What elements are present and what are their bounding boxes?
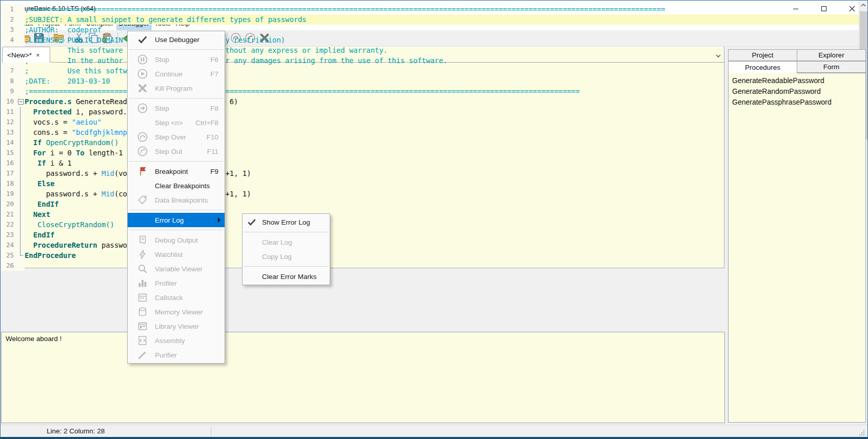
line-number[interactable]: 8 <box>1 76 16 86</box>
menu-item-label: Data Breakpoints <box>155 196 208 204</box>
code-line-21[interactable]: 21 Next <box>1 209 724 220</box>
line-number[interactable]: 3 <box>1 25 16 35</box>
procedures-list[interactable]: GenerateReadablePasswordGenerateRandomPa… <box>728 73 866 423</box>
code-lines[interactable]: 1;======================================… <box>1 1 724 268</box>
code-line-22[interactable]: 22 CloseCryptRandom() <box>1 220 724 230</box>
menu-item-debug-output[interactable]: Debug Output <box>128 233 225 247</box>
menu-item-clear-error-marks[interactable]: Clear Error Marks <box>243 269 330 284</box>
code-line-2[interactable]: 2;SUBJECT: A small snippet to generate d… <box>1 14 724 25</box>
menu-item-breakpoint[interactable]: BreakpointF9 <box>128 164 225 178</box>
menu-item-label: Clear Error Marks <box>262 273 317 281</box>
line-number[interactable]: 21 <box>1 209 16 220</box>
menu-item-purifier[interactable]: Purifier <box>128 348 225 362</box>
menu-item-step-over[interactable]: Step OverF10 <box>128 130 225 144</box>
code-line-15[interactable]: 15 For i = 0 To length-1 <box>1 148 724 158</box>
line-number[interactable]: 18 <box>1 178 16 189</box>
menu-item-memory-viewer[interactable]: Memory Viewer <box>128 305 225 319</box>
resize-grip[interactable] <box>863 434 864 435</box>
code-line-24[interactable]: 24 ProcedureReturn password.s <box>1 240 724 250</box>
fold-margin <box>16 107 25 117</box>
fold-collapse-icon[interactable] <box>16 96 25 107</box>
menu-item-clear-breakpoints[interactable]: Clear Breakpoints <box>128 178 225 193</box>
menu-item-clear-log[interactable]: Clear Log <box>243 235 330 249</box>
menu-item-assembly[interactable]: Assembly <box>128 333 225 348</box>
code-line-9[interactable]: 9;======================================… <box>1 86 724 96</box>
code-text[interactable]: ;=======================================… <box>25 4 724 14</box>
code-line-11[interactable]: 11 Protected i, password.s <box>1 107 724 117</box>
code-line-7[interactable]: 7; Use this software freely <box>1 66 724 76</box>
code-line-8[interactable]: 8;DATE: 2013-03-10 <box>1 76 724 86</box>
menu-item-step[interactable]: StepF8 <box>128 101 225 115</box>
fold-margin <box>16 14 25 25</box>
code-line-23[interactable]: 23 EndIf <box>1 230 724 240</box>
line-number[interactable]: 15 <box>1 148 16 158</box>
code-line-13[interactable]: 13 cons.s = "bcdfghjklmnpqrstvwxz" <box>1 127 724 137</box>
menu-item-callstack[interactable]: Callstack <box>128 290 225 305</box>
panel-tab-procedures[interactable]: Procedures <box>728 61 797 73</box>
line-number[interactable]: 11 <box>1 107 16 117</box>
panel-tab-form[interactable]: Form <box>797 61 866 73</box>
panel-tab-explorer[interactable]: Explorer <box>797 49 866 61</box>
line-number[interactable]: 13 <box>1 127 16 137</box>
line-number[interactable]: 12 <box>1 117 16 127</box>
procedure-list-item[interactable]: GenerateReadablePassword <box>732 75 865 86</box>
line-number[interactable]: 10 <box>1 96 16 107</box>
menu-item-profiler[interactable]: Profiler <box>128 276 225 290</box>
line-number[interactable]: 19 <box>1 189 16 199</box>
code-line-10[interactable]: 10Procedure.s GenerateReadablePassword(l… <box>1 96 724 107</box>
line-number[interactable]: 1 <box>1 4 16 14</box>
code-line-5[interactable]: 5; This software is provided 'as-is', wi… <box>1 45 724 55</box>
code-line-19[interactable]: 19 password.s + Mid(cons, Random(Len(con… <box>1 189 724 199</box>
menu-item-step-out[interactable]: Step OutF11 <box>128 144 225 158</box>
code-line-14[interactable]: 14 If OpenCryptRandom() <box>1 137 724 148</box>
line-number[interactable]: 16 <box>1 158 16 168</box>
tab-close-icon[interactable]: × <box>36 51 40 59</box>
menu-item-error-log[interactable]: Error Log <box>128 213 225 227</box>
menu-item-watchlist[interactable]: Watchlist <box>128 247 225 262</box>
line-number[interactable]: 26 <box>1 261 16 268</box>
menu-item-kill-program[interactable]: Kill Program <box>128 81 225 95</box>
menu-item-data-breakpoints[interactable]: Data Breakpoints <box>128 193 225 207</box>
menu-item-library-viewer[interactable]: Library Viewer <box>128 319 225 333</box>
code-line-26[interactable]: 26 <box>1 261 724 268</box>
menu-item-copy-log[interactable]: Copy Log <box>243 249 330 264</box>
tab-new-source[interactable]: <New>* × <box>2 47 50 63</box>
procedure-list-item[interactable]: GeneratePassphrasePassword <box>732 97 865 108</box>
line-number[interactable]: 22 <box>1 220 16 230</box>
menu-item-label: Library Viewer <box>155 323 199 330</box>
line-number[interactable]: 14 <box>1 137 16 148</box>
procedure-list-item[interactable]: GenerateRandomPassword <box>732 86 865 97</box>
code-line-25[interactable]: 25EndProcedure <box>1 250 724 261</box>
line-number[interactable]: 23 <box>1 230 16 240</box>
menu-item-stop[interactable]: StopF6 <box>128 52 225 67</box>
code-line-17[interactable]: 17 password.s + Mid(vocs, Random(Len(voc… <box>1 168 724 178</box>
code-line-4[interactable]: 4;LICENSE: PUBLIC DOMAIN (free to use wi… <box>1 35 724 45</box>
code-line-12[interactable]: 12 vocs.s = "aeiou" <box>1 117 724 127</box>
code-line-18[interactable]: 18 Else <box>1 178 724 189</box>
menu-item-variable-viewer[interactable]: Variable Viewer <box>128 262 225 276</box>
code-line-6[interactable]: 6; In the author shall be held liable fo… <box>1 55 724 66</box>
menu-item-continue[interactable]: ContinueF7 <box>128 67 225 81</box>
menu-item-show-error-log[interactable]: Show Error Log <box>243 215 330 229</box>
line-number[interactable]: 7 <box>1 66 16 76</box>
code-line-20[interactable]: 20 EndIf <box>1 199 724 209</box>
line-number[interactable]: 25 <box>1 250 16 261</box>
line-number[interactable]: 2 <box>1 14 16 25</box>
line-number[interactable]: 4 <box>1 35 16 45</box>
code-line-16[interactable]: 16 If i & 1 <box>1 158 724 168</box>
menu-item-use-debugger[interactable]: Use Debugger <box>128 32 225 47</box>
code-text[interactable]: ;SUBJECT: A small snippet to generate di… <box>25 14 724 25</box>
code-line-1[interactable]: 1;======================================… <box>1 4 724 14</box>
menu-item-shortcut: F8 <box>210 105 218 112</box>
panel-tab-project[interactable]: Project <box>728 49 797 61</box>
line-number[interactable]: 24 <box>1 240 16 250</box>
line-number[interactable]: 9 <box>1 86 16 96</box>
line-number[interactable]: 17 <box>1 168 16 178</box>
menu-item-step-n-[interactable]: Step <n>Ctrl+F8 <box>128 115 225 130</box>
menu-item-label: Step <n> <box>155 119 183 127</box>
menu-item-shortcut: F10 <box>207 133 218 141</box>
message-log-panel[interactable]: Welcome aboard ! <box>1 332 725 423</box>
code-editor[interactable]: 1;======================================… <box>1 1 724 268</box>
code-line-3[interactable]: 3;AUTHOR: codeprof <box>1 25 724 35</box>
line-number[interactable]: 20 <box>1 199 16 209</box>
